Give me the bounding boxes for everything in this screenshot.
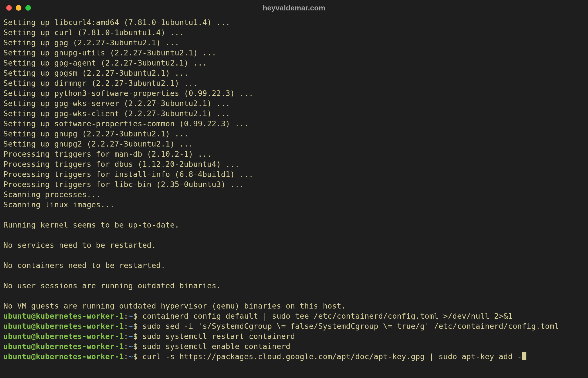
prompt-colon: : <box>124 352 128 361</box>
command-text: sudo systemctl enable containerd <box>142 342 291 351</box>
prompt-dollar: $ <box>133 332 138 341</box>
prompt-host: kubernetes-worker-1 <box>36 332 124 341</box>
output-line: Setting up gnupg (2.2.27-3ubuntu2.1) ... <box>3 129 585 139</box>
output-line: Setting up dirmngr (2.2.27-3ubuntu2.1) .… <box>3 78 585 88</box>
output-line: Processing triggers for dbus (1.12.20-2u… <box>3 159 585 169</box>
output-line <box>3 250 585 260</box>
output-line: Setting up gpgsm (2.2.27-3ubuntu2.1) ... <box>3 68 585 78</box>
output-line: Setting up python3-software-properties (… <box>3 88 585 98</box>
output-line: Setting up gpg-wks-server (2.2.27-3ubunt… <box>3 98 585 109</box>
prompt-cwd: ~ <box>128 332 133 341</box>
prompt-dollar: $ <box>133 342 138 351</box>
prompt-line: ubuntu@kubernetes-worker-1:~$ curl -s ht… <box>3 352 585 362</box>
output-line: Processing triggers for install-info (6.… <box>3 169 585 179</box>
prompt-cwd: ~ <box>128 352 133 361</box>
output-line <box>3 271 585 281</box>
prompt-at: @ <box>31 342 36 351</box>
output-line: Setting up gpg-wks-client (2.2.27-3ubunt… <box>3 109 585 119</box>
prompt-dollar: $ <box>133 312 138 320</box>
output-line <box>3 230 585 240</box>
prompt-user: ubuntu <box>3 352 31 361</box>
output-line: No containers need to be restarted. <box>3 260 585 271</box>
minimize-icon[interactable] <box>16 5 21 11</box>
output-line: Setting up gnupg-utils (2.2.27-3ubuntu2.… <box>3 48 585 58</box>
prompt-dollar: $ <box>133 352 138 361</box>
output-line: No user sessions are running outdated bi… <box>3 281 585 291</box>
terminal-output[interactable]: Setting up libcurl4:amd64 (7.81.0-1ubunt… <box>0 16 588 362</box>
prompt-at: @ <box>31 352 36 361</box>
prompt-colon: : <box>124 312 128 320</box>
output-line: Setting up gpg-agent (2.2.27-3ubuntu2.1)… <box>3 58 585 68</box>
close-icon[interactable] <box>6 5 12 11</box>
prompt-line: ubuntu@kubernetes-worker-1:~$ sudo sed -… <box>3 321 585 331</box>
output-line: Setting up libcurl4:amd64 (7.81.0-1ubunt… <box>3 17 585 28</box>
prompt-line: ubuntu@kubernetes-worker-1:~$ sudo syste… <box>3 331 585 341</box>
prompt-host: kubernetes-worker-1 <box>36 342 124 351</box>
zoom-icon[interactable] <box>25 5 31 11</box>
output-line: Setting up gpg (2.2.27-3ubuntu2.1) ... <box>3 38 585 48</box>
prompt-user: ubuntu <box>3 332 31 341</box>
output-line <box>3 291 585 301</box>
prompt-line: ubuntu@kubernetes-worker-1:~$ sudo syste… <box>3 341 585 352</box>
output-line: No services need to be restarted. <box>3 240 585 250</box>
prompt-line: ubuntu@kubernetes-worker-1:~$ containerd… <box>3 311 585 321</box>
prompt-host: kubernetes-worker-1 <box>36 322 124 330</box>
traffic-lights <box>6 5 31 11</box>
output-line: Setting up curl (7.81.0-1ubuntu1.4) ... <box>3 28 585 38</box>
window-title: heyvaldemar.com <box>0 3 588 13</box>
prompt-colon: : <box>124 322 128 330</box>
output-line <box>3 210 585 220</box>
prompt-cwd: ~ <box>128 312 133 320</box>
prompt-user: ubuntu <box>3 312 31 320</box>
output-line: No VM guests are running outdated hyperv… <box>3 301 585 311</box>
prompt-user: ubuntu <box>3 322 31 330</box>
output-line: Setting up software-properties-common (0… <box>3 119 585 129</box>
output-line: Processing triggers for libc-bin (2.35-0… <box>3 179 585 190</box>
output-line: Running kernel seems to be up-to-date. <box>3 220 585 230</box>
prompt-dollar: $ <box>133 322 138 330</box>
prompt-at: @ <box>31 312 36 320</box>
command-text: containerd config default | sudo tee /et… <box>142 312 513 320</box>
command-text: sudo sed -i 's/SystemdCgroup \= false/Sy… <box>142 322 559 330</box>
command-text: curl -s https://packages.cloud.google.co… <box>142 352 522 361</box>
output-line: Processing triggers for man-db (2.10.2-1… <box>3 149 585 159</box>
prompt-at: @ <box>31 322 36 330</box>
prompt-user: ubuntu <box>3 342 31 351</box>
cursor-icon <box>522 352 526 360</box>
terminal-window: heyvaldemar.com Setting up libcurl4:amd6… <box>0 0 588 378</box>
prompt-host: kubernetes-worker-1 <box>36 312 124 320</box>
output-line: Setting up gnupg2 (2.2.27-3ubuntu2.1) ..… <box>3 139 585 149</box>
prompt-at: @ <box>31 332 36 341</box>
titlebar: heyvaldemar.com <box>0 0 588 16</box>
prompt-colon: : <box>124 332 128 341</box>
output-line: Scanning linux images... <box>3 200 585 210</box>
prompt-colon: : <box>124 342 128 351</box>
command-text: sudo systemctl restart containerd <box>142 332 295 341</box>
prompt-cwd: ~ <box>128 342 133 351</box>
output-line: Scanning processes... <box>3 190 585 200</box>
prompt-host: kubernetes-worker-1 <box>36 352 124 361</box>
prompt-cwd: ~ <box>128 322 133 330</box>
